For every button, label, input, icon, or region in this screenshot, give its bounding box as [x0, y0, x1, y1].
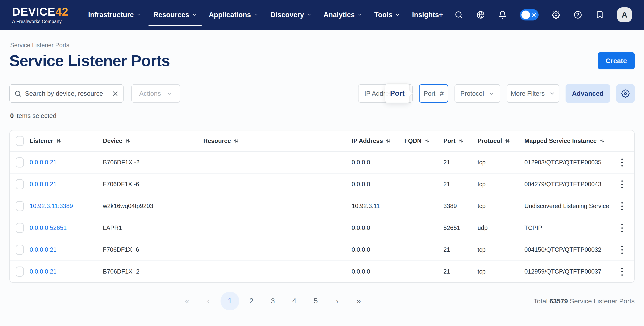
column-header-port[interactable]: Port [444, 137, 478, 144]
hash-icon: # [440, 89, 444, 98]
listener-link[interactable]: 0.0.0.0:21 [30, 246, 103, 253]
select-all-checkbox[interactable] [16, 136, 24, 146]
selection-text: items selected [15, 112, 56, 119]
row-menu-kebab-icon[interactable] [616, 220, 628, 236]
pagination-page-2[interactable]: 2 [242, 292, 261, 311]
nav-item-label: Applications [209, 11, 251, 19]
gear-icon [621, 89, 630, 98]
chevron-down-icon [136, 12, 141, 17]
filter-more-filters[interactable]: More Filters [506, 84, 559, 103]
nav-item-label: Insights+ [412, 11, 443, 19]
filter-protocol[interactable]: Protocol [454, 84, 500, 103]
table-settings-button[interactable] [616, 84, 635, 103]
table-row: 0.0.0.0:21 F706DF1X -6 0.0.0.0 21 tcp 00… [10, 173, 634, 195]
row-checkbox[interactable] [16, 179, 24, 189]
table-row: 0.0.0.0:21 B706DF1X -2 0.0.0.0 21 tcp 01… [10, 261, 634, 282]
logo[interactable]: DEVICE42 A Freshworks Company [12, 6, 68, 24]
nav-item-resources[interactable]: Resources [147, 0, 203, 30]
mapped-service-cell: 004279/QTCP/QTFTP00043 [524, 181, 616, 188]
avatar[interactable]: A [617, 7, 632, 22]
column-header-device[interactable]: Device [103, 137, 203, 144]
chevron-down-icon [254, 12, 258, 17]
bookmark-icon[interactable] [595, 10, 604, 19]
nav-item-label: Analytics [324, 11, 355, 19]
column-header-mapped-service-instance[interactable]: Mapped Service Instance [524, 137, 616, 144]
pagination: « ‹ 1 2 3 4 5 › » [178, 292, 368, 311]
toolbar: Actions IP Address Port Port # Protocol … [9, 84, 635, 103]
nav-item-tools[interactable]: Tools [368, 0, 406, 30]
protocol-cell: tcp [478, 159, 524, 166]
table-header-row: Listener Device Resource IP Address FQDN… [10, 130, 634, 151]
nav-item-insights[interactable]: Insights+ [406, 0, 449, 30]
chevron-down-icon [192, 12, 197, 17]
ip-cell: 0.0.0.0 [352, 159, 404, 166]
pagination-page-1[interactable]: 1 [220, 292, 239, 311]
column-header-fqdn[interactable]: FQDN [404, 137, 444, 144]
help-icon[interactable] [573, 10, 582, 19]
search-box [9, 84, 124, 103]
listener-link[interactable]: 0.0.0.0:21 [30, 181, 103, 188]
advanced-button[interactable]: Advanced [566, 84, 610, 103]
listener-link[interactable]: 0.0.0.0:52651 [30, 224, 103, 231]
port-cell: 21 [444, 246, 478, 253]
nav-item-analytics[interactable]: Analytics [318, 0, 368, 30]
mapped-service-cell: 012959/QTCP/QTFTP00037 [524, 268, 616, 275]
pagination-prev[interactable]: ‹ [199, 292, 218, 311]
pagination-page-3[interactable]: 3 [264, 292, 282, 311]
top-nav: DEVICE42 A Freshworks Company Infrastruc… [0, 0, 644, 30]
nav-item-infrastructure[interactable]: Infrastructure [82, 0, 147, 30]
device-cell: w2k16wq04tp9203 [103, 203, 203, 210]
filter-port[interactable]: Port # [419, 84, 448, 103]
chevron-down-icon [166, 91, 172, 96]
row-menu-kebab-icon[interactable] [616, 155, 628, 170]
nav-item-label: Discovery [270, 11, 304, 19]
theme-toggle[interactable] [520, 9, 538, 20]
nav-item-discovery[interactable]: Discovery [264, 0, 318, 30]
gear-icon[interactable] [552, 10, 560, 19]
table-row: 0.0.0.0:52651 LAPR1 0.0.0.0 52651 udp TC… [10, 217, 634, 239]
port-cell: 21 [444, 181, 478, 188]
row-menu-kebab-icon[interactable] [616, 242, 628, 258]
column-header-listener[interactable]: Listener [30, 137, 103, 144]
row-checkbox[interactable] [16, 201, 24, 211]
sort-icon [599, 138, 605, 144]
search-icon[interactable] [454, 10, 463, 19]
column-header-ip-address[interactable]: IP Address [352, 137, 404, 144]
filter-label: Port [424, 90, 436, 97]
row-checkbox[interactable] [16, 157, 24, 167]
create-button[interactable]: Create [598, 52, 635, 69]
row-menu-kebab-icon[interactable] [616, 198, 628, 214]
ip-cell: 0.0.0.0 [352, 246, 404, 253]
mapped-service-cell: 004150/QTCP/QTFTP00032 [524, 246, 616, 253]
protocol-cell: udp [478, 224, 524, 231]
listener-link[interactable]: 0.0.0.0:21 [30, 268, 103, 275]
row-menu-kebab-icon[interactable] [616, 176, 628, 192]
ip-cell: 0.0.0.0 [352, 181, 404, 188]
row-checkbox[interactable] [16, 245, 24, 255]
filter-label: More Filters [511, 90, 545, 97]
pagination-next[interactable]: › [328, 292, 346, 311]
sort-icon [56, 138, 62, 144]
ip-cell: 10.92.3.11 [352, 203, 404, 210]
pagination-first[interactable]: « [178, 292, 196, 311]
protocol-cell: tcp [478, 203, 524, 210]
breadcrumb[interactable]: Service Listener Ports [9, 42, 635, 49]
row-checkbox[interactable] [16, 223, 24, 233]
actions-dropdown[interactable]: Actions [131, 84, 180, 103]
clear-search-icon[interactable] [112, 90, 118, 97]
row-checkbox[interactable] [16, 267, 24, 277]
globe-icon[interactable] [476, 10, 485, 19]
pagination-page-5[interactable]: 5 [306, 292, 325, 311]
listener-link[interactable]: 10.92.3.11:3389 [30, 203, 103, 210]
search-input[interactable] [25, 90, 108, 97]
nav-item-applications[interactable]: Applications [203, 0, 264, 30]
bell-icon[interactable] [498, 10, 507, 19]
column-header-resource[interactable]: Resource [203, 137, 352, 144]
column-header-protocol[interactable]: Protocol [478, 137, 524, 144]
row-menu-kebab-icon[interactable] [616, 264, 628, 279]
sun-icon [531, 12, 537, 18]
listener-link[interactable]: 0.0.0.0:21 [30, 159, 103, 166]
pagination-last[interactable]: » [349, 292, 368, 311]
port-cell: 21 [444, 159, 478, 166]
pagination-page-4[interactable]: 4 [285, 292, 304, 311]
